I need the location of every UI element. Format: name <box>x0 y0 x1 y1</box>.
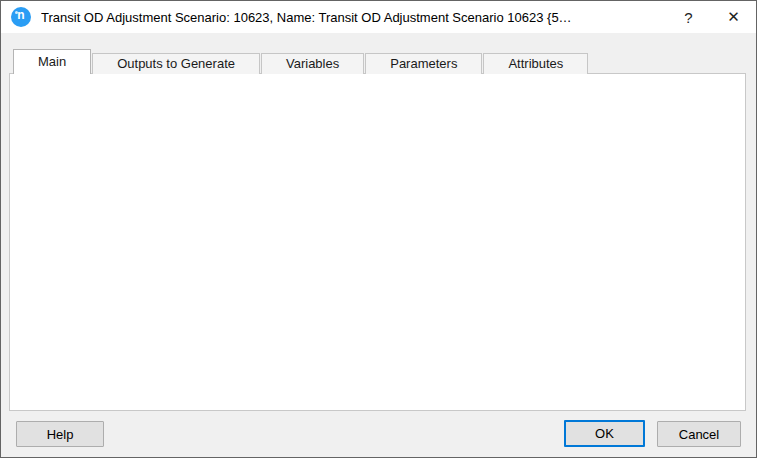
help-titlebar-button[interactable]: ? <box>666 1 711 33</box>
tab-parameters[interactable]: Parameters <box>365 53 482 74</box>
tab-main[interactable]: Main <box>13 49 91 74</box>
ok-button[interactable]: OK <box>564 420 645 447</box>
tab-variables[interactable]: Variables <box>261 53 364 74</box>
close-icon[interactable]: ✕ <box>711 1 756 33</box>
title-bar: n Transit OD Adjustment Scenario: 10623,… <box>1 1 756 33</box>
transit-od-adjustment-scenario-dialog: n Transit OD Adjustment Scenario: 10623,… <box>0 0 757 458</box>
aimsun-app-icon: n <box>11 7 31 27</box>
tab-bar: Main Outputs to Generate Variables Param… <box>13 49 589 74</box>
window-title: Transit OD Adjustment Scenario: 10623, N… <box>41 10 666 25</box>
main-tab-pane <box>9 73 746 411</box>
cancel-button[interactable]: Cancel <box>657 421 741 447</box>
help-button[interactable]: Help <box>16 421 104 447</box>
app-icon-letter: n <box>11 8 31 22</box>
tab-outputs-to-generate[interactable]: Outputs to Generate <box>92 53 260 74</box>
tab-attributes[interactable]: Attributes <box>483 53 588 74</box>
